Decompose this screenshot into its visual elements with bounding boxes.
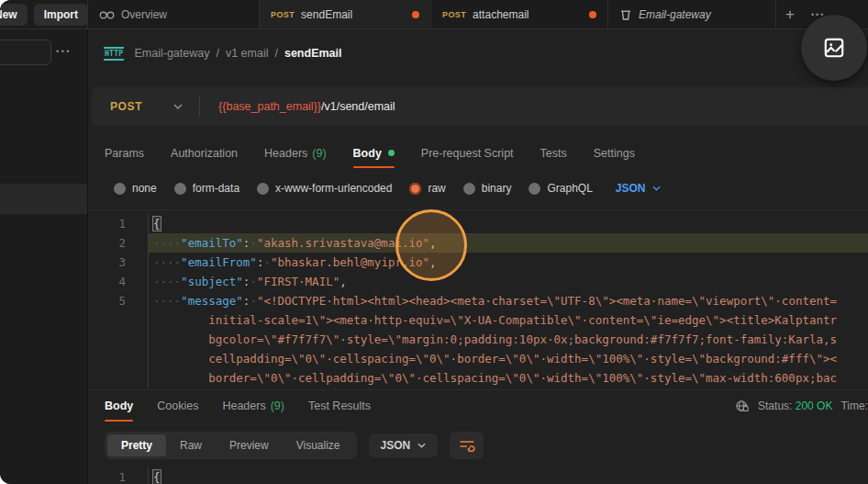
language-label: JSON — [616, 182, 646, 195]
screenshot-annotate-button[interactable] — [801, 15, 867, 81]
request-body-editor[interactable]: 1{2····"emailTo":·"akash.srivastava@mai.… — [88, 210, 868, 393]
view-pretty[interactable]: Pretty — [107, 434, 166, 456]
line-number — [88, 330, 149, 349]
method-badge: POST — [271, 10, 295, 19]
response-body-editor-lines: 1{ — [88, 467, 868, 484]
add-tab-icon[interactable]: + — [785, 6, 795, 22]
code-line[interactable]: initial-scale=1\"><meta·http-equiv=\"X-U… — [88, 310, 868, 330]
code-token: "subject" — [181, 275, 243, 288]
sidebar-search-input[interactable] — [0, 39, 51, 65]
view-preview[interactable]: Preview — [216, 434, 283, 456]
radio-label: none — [132, 182, 157, 195]
language-label: JSON — [381, 439, 411, 452]
body-present-dot — [388, 150, 395, 156]
code-token — [153, 332, 208, 346]
code-line[interactable]: border=\"0\"·cellpadding=\"0\"·cellspaci… — [88, 368, 868, 388]
tab-label: Overview — [121, 8, 167, 21]
radio-raw[interactable]: raw — [409, 182, 445, 195]
line-number — [88, 368, 149, 388]
line-number — [88, 310, 149, 330]
radio-icon — [114, 183, 126, 195]
code-token: bgcolor=\"#f7f7f7\"·style=\"margin:0;pad… — [208, 332, 837, 346]
tab-sendemail[interactable]: POST sendEmail — [260, 0, 431, 28]
code-line[interactable]: 5····"message":·"<!DOCTYPE·html><html><h… — [88, 291, 868, 310]
radio-none[interactable]: none — [114, 182, 157, 195]
tab-label: Pre-request Script — [421, 147, 514, 160]
radio-icon — [529, 183, 540, 195]
code-line[interactable]: 1{ — [88, 214, 868, 233]
view-visualize[interactable]: Visualize — [283, 434, 354, 456]
tab-response-headers[interactable]: Headers (9) — [222, 390, 284, 422]
tab-headers[interactable]: Headers (9) — [264, 138, 327, 168]
breadcrumb-folder[interactable]: v1 email — [226, 47, 269, 60]
breadcrumb-separator: / — [274, 47, 277, 60]
overview-icon — [99, 8, 115, 21]
radio-icon — [409, 183, 421, 195]
tab-attachemail[interactable]: POST attachemail — [431, 0, 608, 28]
new-button[interactable]: New — [0, 4, 28, 26]
url-input[interactable]: {{base_path_email}}/v1/send/email — [200, 100, 395, 113]
code-token: "FIRST·MAIL" — [257, 275, 339, 288]
radio-label: GraphQL — [547, 182, 592, 195]
headers-count-badge: (9) — [312, 147, 326, 160]
radio-label: form-data — [193, 182, 239, 195]
tab-label: Cookies — [157, 400, 198, 412]
response-panel: Body Cookies Headers (9) Test Results — [88, 389, 868, 484]
request-panel: HTTP Email-gateway / v1 email / sendEmai… — [88, 28, 868, 484]
tab-settings[interactable]: Settings — [594, 138, 635, 168]
sidebar-more-icon[interactable]: ••• — [56, 47, 72, 56]
body-type-selector: none form-data x-www-form-urlencoded raw… — [88, 173, 868, 204]
response-meta: Status: 200 OK Time: — [735, 400, 868, 412]
response-language-dropdown[interactable]: JSON — [369, 433, 439, 457]
radio-graphql[interactable]: GraphQL — [529, 182, 592, 195]
sidebar-header: New Import — [0, 0, 88, 28]
import-button[interactable]: Import — [34, 4, 88, 26]
code-line[interactable]: cellpadding=\"0\"·cellspacing=\"0\"·bord… — [88, 349, 868, 368]
tab-bar: New Import Overview POST sendEmail POST … — [0, 0, 868, 29]
view-raw[interactable]: Raw — [166, 434, 216, 456]
sidebar-selected-item[interactable] — [0, 184, 87, 214]
breadcrumb-collection[interactable]: Email-gateway — [134, 47, 209, 60]
radio-form-data[interactable]: form-data — [174, 182, 239, 195]
method-selector[interactable]: POST — [92, 100, 199, 113]
code-line[interactable]: 2····"emailTo":·"akash.srivastava@mai.io… — [88, 233, 868, 253]
tab-pre-request-script[interactable]: Pre-request Script — [421, 138, 514, 168]
tab-cookies[interactable]: Cookies — [157, 390, 198, 422]
tab-label: Authorization — [171, 147, 238, 160]
response-body-editor[interactable]: 1{ — [88, 467, 868, 484]
sidebar: ••• — [0, 28, 88, 484]
code-line[interactable]: 3····"emailFrom":·"bhaskar.behl@myipr.io… — [88, 253, 868, 272]
tab-email-gateway[interactable]: Email-gateway — [608, 0, 776, 28]
tab-tests[interactable]: Tests — [540, 138, 567, 168]
tab-params[interactable]: Params — [105, 138, 144, 168]
breadcrumb-request: sendEmail — [284, 47, 342, 60]
tab-label: Headers — [222, 400, 265, 412]
time-label: Time: — [840, 400, 868, 412]
tab-label: Body — [353, 147, 382, 160]
code-token: cellpadding=\"0\"·cellspacing=\"0\"·bord… — [208, 352, 837, 366]
tab-test-results[interactable]: Test Results — [308, 390, 371, 422]
code-token — [153, 371, 208, 385]
tab-authorization[interactable]: Authorization — [171, 138, 238, 168]
code-line[interactable]: 4····"subject":·"FIRST·MAIL", — [88, 272, 868, 291]
tab-overview[interactable]: Overview — [88, 0, 260, 28]
tab-body[interactable]: Body — [353, 138, 395, 168]
code-token: "akash.srivastava@mai.io" — [257, 236, 429, 250]
line-number: 3 — [88, 253, 149, 272]
code-line[interactable]: 1{ — [88, 467, 868, 484]
body-language-dropdown[interactable]: JSON — [616, 182, 661, 195]
trash-icon — [619, 8, 632, 21]
radio-icon — [174, 183, 186, 195]
code-line[interactable]: bgcolor=\"#f7f7f7\"·style=\"margin:0;pad… — [88, 330, 868, 349]
url-bar: POST {{base_path_email}}/v1/send/email — [92, 87, 868, 126]
code-token: , — [429, 255, 437, 269]
code-token: "emailTo" — [181, 236, 243, 250]
tab-label: Body — [105, 400, 133, 412]
code-token: · — [250, 275, 257, 288]
radio-x-www-form-urlencoded[interactable]: x-www-form-urlencoded — [257, 182, 392, 195]
radio-binary[interactable]: binary — [463, 182, 512, 195]
tab-response-body[interactable]: Body — [105, 390, 133, 422]
code-token: ···· — [153, 294, 181, 308]
wrap-lines-button[interactable] — [450, 432, 484, 459]
line-number: 4 — [88, 272, 149, 291]
